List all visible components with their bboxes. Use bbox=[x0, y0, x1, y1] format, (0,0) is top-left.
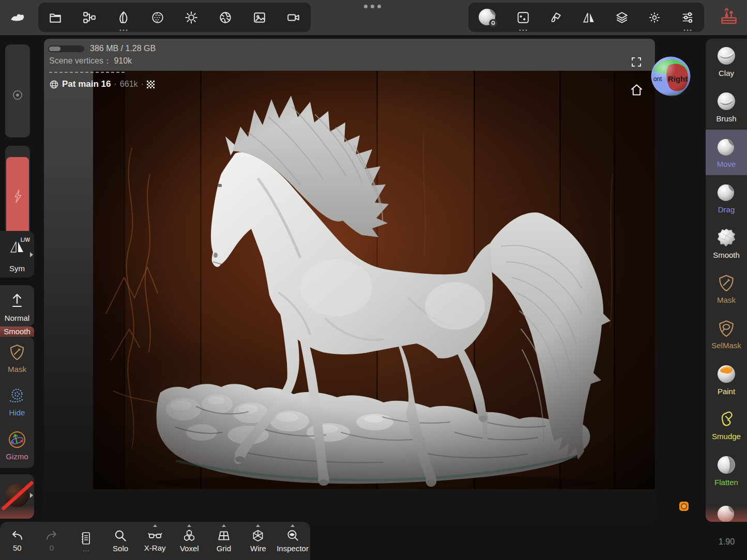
tool-smooth[interactable]: Smooth bbox=[706, 221, 747, 266]
stroke-normal-button[interactable]: Normal bbox=[0, 285, 34, 326]
hide-button[interactable]: Hide bbox=[0, 386, 34, 417]
app-window: 386 MB / 1.28 GB Scene vertices： 910k Pa… bbox=[0, 0, 747, 560]
caret-up-icon bbox=[291, 524, 295, 527]
folder-icon[interactable] bbox=[48, 10, 63, 25]
tool-move[interactable]: Move bbox=[706, 130, 747, 175]
tool-label: Smooth bbox=[713, 251, 740, 259]
panel-expand-arrow[interactable] bbox=[30, 252, 33, 257]
tool-paint[interactable]: Paint bbox=[706, 357, 747, 402]
layers-icon[interactable] bbox=[614, 10, 630, 25]
toggle-xray[interactable]: X-Ray bbox=[138, 522, 172, 560]
tool-label: SelMask bbox=[711, 341, 741, 350]
undo-button[interactable]: 50 bbox=[0, 522, 35, 560]
record-target-badge[interactable] bbox=[679, 502, 689, 511]
tool-label: Flatten bbox=[714, 478, 738, 487]
redo-button[interactable]: 0 bbox=[35, 522, 69, 560]
more-dots bbox=[519, 29, 527, 31]
hide-label: Hide bbox=[0, 408, 34, 417]
tool-flatten[interactable]: Flatten bbox=[706, 448, 747, 493]
more-dots bbox=[684, 29, 692, 31]
stamp-alpha-icon[interactable] bbox=[515, 10, 531, 25]
smooth-sphere-icon bbox=[716, 227, 737, 248]
toggle-solo[interactable]: Solo bbox=[103, 522, 138, 560]
tool-smudge[interactable]: Smudge bbox=[706, 402, 747, 448]
more-dots bbox=[119, 29, 127, 31]
mask-shield-icon bbox=[717, 273, 736, 293]
checker-icon bbox=[147, 81, 155, 88]
tool-drag[interactable]: Drag bbox=[706, 175, 747, 221]
layer-vertices: 661k bbox=[120, 80, 138, 89]
bottom-bar: 50 0 … Solo X-Ray Voxel Grid Wire Inspec… bbox=[0, 522, 310, 560]
orientation-gizmo[interactable]: Right ont bbox=[650, 55, 692, 97]
sliders-icon[interactable] bbox=[680, 10, 695, 25]
redo-icon bbox=[44, 530, 59, 542]
gizmo-button[interactable]: Gizmo bbox=[0, 430, 34, 461]
record-target-inner bbox=[681, 503, 687, 509]
notes-button[interactable]: … bbox=[69, 522, 103, 560]
mask-button[interactable]: Mask bbox=[0, 343, 34, 374]
drag-handle-dots[interactable] bbox=[364, 5, 381, 8]
layer-divider bbox=[49, 72, 125, 73]
material-off-button[interactable] bbox=[0, 474, 34, 519]
memory-bar bbox=[48, 45, 84, 52]
primitive-lathe-icon[interactable] bbox=[116, 10, 131, 25]
toolbox-icon[interactable] bbox=[720, 8, 738, 28]
selmask-shield-icon bbox=[717, 319, 736, 338]
tool-selmask[interactable]: SelMask bbox=[706, 312, 747, 357]
undo-count: 50 bbox=[13, 543, 22, 552]
symmetry-panel[interactable]: L/W Sym bbox=[0, 231, 34, 277]
toggle-grid[interactable]: Grid bbox=[207, 522, 241, 560]
settings-gear-icon[interactable] bbox=[647, 10, 662, 25]
tool-brush[interactable]: Brush bbox=[706, 84, 747, 130]
tool-label: Smudge bbox=[712, 432, 741, 441]
smooth-peek-button[interactable]: Smooth bbox=[0, 326, 34, 337]
tool-label: Brush bbox=[716, 114, 736, 123]
material-sphere-icon[interactable] bbox=[477, 7, 498, 28]
tool-label: Drag bbox=[718, 205, 735, 214]
app-logo-icon[interactable] bbox=[9, 11, 26, 26]
fullscreen-icon[interactable] bbox=[630, 56, 643, 70]
gizmo-right-label: Right bbox=[668, 74, 688, 83]
topbar-right-panel bbox=[468, 3, 704, 32]
sculpt-canvas[interactable] bbox=[93, 71, 655, 489]
top-bar bbox=[0, 0, 747, 35]
toggle-label: Solo bbox=[113, 544, 128, 553]
caret-up-icon bbox=[153, 524, 157, 527]
intensity-bolt-icon bbox=[12, 189, 23, 204]
tool-mask[interactable]: Mask bbox=[706, 266, 747, 312]
tool-label: Paint bbox=[718, 387, 735, 396]
redo-count: 0 bbox=[50, 543, 54, 552]
sym-mode-label: L/W bbox=[21, 237, 30, 243]
matcap-dots-icon[interactable] bbox=[150, 10, 165, 25]
toggle-voxel[interactable]: Voxel bbox=[172, 522, 207, 560]
radius-slider[interactable] bbox=[5, 44, 30, 137]
symmetry-mirror-icon[interactable] bbox=[581, 10, 597, 25]
wireframe-sphere-icon bbox=[49, 80, 59, 89]
post-process-aperture-icon[interactable] bbox=[218, 10, 233, 25]
home-icon[interactable] bbox=[630, 83, 644, 99]
paint-sphere-icon bbox=[716, 364, 737, 384]
intensity-slider[interactable] bbox=[5, 146, 30, 238]
scene-render bbox=[93, 71, 655, 489]
mask-label: Mask bbox=[0, 365, 34, 374]
paint-settings-brush-icon[interactable] bbox=[548, 10, 563, 25]
gizmo-label: Gizmo bbox=[0, 452, 34, 461]
scene-vertices-value: 910k bbox=[114, 56, 132, 65]
caret-up-icon bbox=[256, 524, 260, 527]
tool-sidebar: Clay Brush Move Drag Smooth Mask SelMask… bbox=[706, 39, 747, 522]
camera-icon[interactable] bbox=[286, 10, 301, 25]
background-image-icon[interactable] bbox=[252, 10, 267, 25]
panel-red-fade bbox=[0, 505, 34, 519]
tool-clay[interactable]: Clay bbox=[706, 39, 747, 84]
sym-label: Sym bbox=[0, 264, 34, 273]
toggle-inspector[interactable]: Inspector bbox=[276, 522, 310, 560]
toggle-wire[interactable]: Wire bbox=[241, 522, 276, 560]
lighting-sun-icon[interactable] bbox=[184, 10, 199, 25]
smooth-label: Smooth bbox=[4, 326, 31, 337]
left-tools-panel: Mask Hide Gizmo bbox=[0, 337, 34, 468]
undo-icon bbox=[10, 530, 24, 542]
active-layer-row[interactable]: Pat main 16 · 661k · bbox=[49, 79, 155, 89]
radius-dot-icon bbox=[12, 89, 23, 101]
panel-expand-arrow[interactable] bbox=[30, 493, 33, 498]
scene-graph-icon[interactable] bbox=[82, 10, 97, 25]
